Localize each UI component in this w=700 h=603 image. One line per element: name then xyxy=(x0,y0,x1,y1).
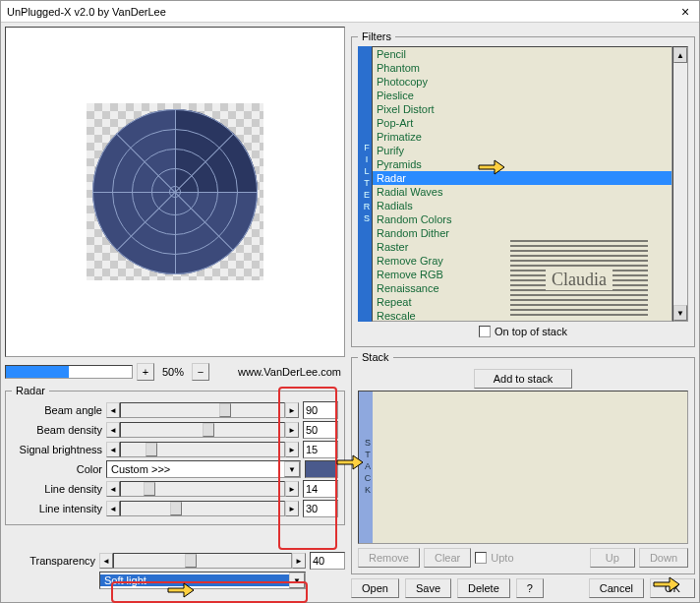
cancel-button[interactable]: Cancel xyxy=(589,578,644,598)
filter-item[interactable]: Renaissance xyxy=(373,281,671,295)
save-button[interactable]: Save xyxy=(405,578,451,598)
arrow-right-icon[interactable]: ► xyxy=(285,501,299,516)
radar-legend: Radar xyxy=(12,385,49,396)
filters-legend: Filters xyxy=(358,30,395,42)
arrow-right-icon[interactable]: ► xyxy=(285,402,299,418)
open-button[interactable]: Open xyxy=(351,578,399,598)
beam_density-label: Beam density xyxy=(12,424,102,436)
arrow-right-icon[interactable]: ► xyxy=(285,422,299,438)
delete-button[interactable]: Delete xyxy=(457,578,510,598)
arrow-right-icon[interactable]: ► xyxy=(285,481,299,497)
blend-mode-combo[interactable]: Soft light ▼ xyxy=(99,572,306,589)
upto-checkbox[interactable] xyxy=(475,552,487,564)
beam_angle-slider[interactable]: ◄► xyxy=(106,402,299,418)
filters-scrollbar[interactable]: ▲ ▼ xyxy=(672,46,688,322)
scroll-down-icon[interactable]: ▼ xyxy=(673,305,687,321)
filter-item[interactable]: Random Colors xyxy=(373,212,671,226)
filter-item[interactable]: Repeat xyxy=(373,295,671,309)
filter-item[interactable]: Pop-Art xyxy=(373,116,671,130)
filter-item[interactable]: Photocopy xyxy=(373,75,671,89)
signal_brightness-value[interactable] xyxy=(303,441,338,458)
signal_brightness-slider[interactable]: ◄► xyxy=(106,442,299,457)
zoom-percent: 50% xyxy=(158,366,188,378)
radar-group: Radar Beam angle◄►Beam density◄►Signal b… xyxy=(5,385,345,525)
filter-item[interactable]: Primatize xyxy=(373,130,671,144)
filter-item[interactable]: Pencil xyxy=(373,47,671,61)
filter-item[interactable]: Radar xyxy=(373,171,671,185)
filter-item[interactable]: Remove RGB xyxy=(373,268,671,281)
remove-button[interactable]: Remove xyxy=(358,548,420,568)
line_density-slider[interactable]: ◄► xyxy=(106,481,299,497)
help-button[interactable]: ? xyxy=(516,578,544,598)
zoom-in-button[interactable]: + xyxy=(137,363,154,381)
up-button[interactable]: Up xyxy=(590,548,635,568)
filter-item[interactable]: Pyramids xyxy=(373,157,671,171)
filter-item[interactable]: Remove Gray xyxy=(373,254,671,268)
filter-item[interactable]: Radial Waves xyxy=(373,185,671,199)
stack-list[interactable] xyxy=(373,392,687,543)
arrow-left-icon[interactable]: ◄ xyxy=(99,553,113,569)
chevron-down-icon[interactable]: ▼ xyxy=(284,461,300,477)
close-icon[interactable]: × xyxy=(677,4,693,20)
color-swatch[interactable] xyxy=(305,460,338,478)
line_density-value[interactable] xyxy=(303,480,338,498)
transparency-value[interactable] xyxy=(310,552,345,570)
beam_density-value[interactable] xyxy=(303,421,338,439)
line_density-label: Line density xyxy=(12,483,102,495)
add-to-stack-button[interactable]: Add to stack xyxy=(474,369,572,389)
arrow-left-icon[interactable]: ◄ xyxy=(106,422,120,438)
chevron-down-icon[interactable]: ▼ xyxy=(289,573,305,588)
arrow-left-icon[interactable]: ◄ xyxy=(106,442,120,457)
stack-group: Stack Add to stack STACK Remove Clear Up… xyxy=(351,351,695,574)
color-combo[interactable]: Custom >>>▼ xyxy=(106,460,301,478)
vendor-url[interactable]: www.VanDerLee.com xyxy=(213,366,345,378)
arrow-right-icon[interactable]: ► xyxy=(285,442,299,457)
beam_angle-label: Beam angle xyxy=(12,404,102,416)
filter-item[interactable]: Radials xyxy=(373,199,671,212)
filter-item[interactable]: Pixel Distort xyxy=(373,102,671,116)
titlebar-text: UnPlugged-X v2.0 by VanDerLee xyxy=(7,6,677,18)
beam_density-slider[interactable]: ◄► xyxy=(106,422,299,438)
stack-tab[interactable]: STACK xyxy=(359,392,373,543)
clear-button[interactable]: Clear xyxy=(424,548,471,568)
line_intensity-value[interactable] xyxy=(303,500,338,517)
arrow-left-icon[interactable]: ◄ xyxy=(106,481,120,497)
transparency-label: Transparency xyxy=(5,555,95,567)
ok-button[interactable]: OK xyxy=(650,578,695,598)
preview-area xyxy=(5,27,345,357)
arrow-left-icon[interactable]: ◄ xyxy=(106,402,120,418)
zoom-out-button[interactable]: − xyxy=(192,363,209,381)
ontop-checkbox[interactable] xyxy=(479,326,491,337)
line_intensity-label: Line intensity xyxy=(12,503,102,514)
dialog-window: UnPlugged-X v2.0 by VanDerLee × xyxy=(0,0,700,603)
ontop-label: On top of stack xyxy=(495,326,567,337)
arrow-left-icon[interactable]: ◄ xyxy=(106,501,120,516)
filter-item[interactable]: Phantom xyxy=(373,61,671,75)
line_intensity-slider[interactable]: ◄► xyxy=(106,501,299,516)
blend-mode-value: Soft light xyxy=(100,574,289,586)
down-button[interactable]: Down xyxy=(639,548,688,568)
filter-item[interactable]: Raster xyxy=(373,240,671,254)
filter-item[interactable]: Purify xyxy=(373,144,671,157)
titlebar: UnPlugged-X v2.0 by VanDerLee × xyxy=(1,1,699,23)
signal_brightness-label: Signal brightness xyxy=(12,444,102,455)
preview-image xyxy=(87,103,263,280)
beam_angle-value[interactable] xyxy=(303,401,338,419)
arrow-right-icon[interactable]: ► xyxy=(292,553,306,569)
zoom-progress[interactable] xyxy=(5,365,133,379)
stack-legend: Stack xyxy=(358,351,393,363)
filter-item[interactable]: Rescale xyxy=(373,309,671,322)
upto-label: Upto xyxy=(491,552,513,564)
filters-list[interactable]: Claudia PencilPhantomPhotocopyPieslicePi… xyxy=(372,46,672,322)
filters-group: Filters FILTERS Claudia PencilPhantomPho… xyxy=(351,30,695,347)
color-label: Color xyxy=(12,463,102,475)
filters-tab[interactable]: FILTERS xyxy=(358,46,372,322)
filter-item[interactable]: Pieslice xyxy=(373,89,671,102)
filter-item[interactable]: Random Dither xyxy=(373,226,671,240)
scroll-up-icon[interactable]: ▲ xyxy=(673,47,687,63)
transparency-slider[interactable]: ◄ ► xyxy=(99,553,306,569)
